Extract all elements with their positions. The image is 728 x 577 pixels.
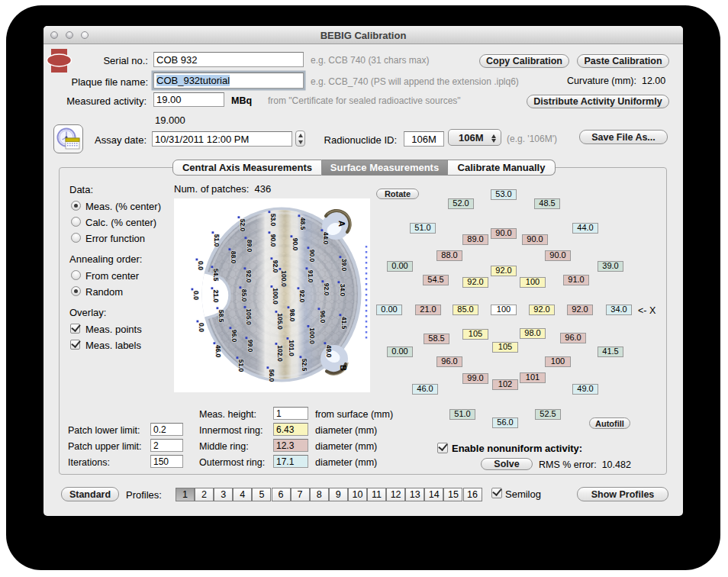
svg-text:51.0: 51.0	[213, 234, 221, 247]
svg-text:89.0: 89.0	[246, 240, 253, 253]
svg-text:96.0: 96.0	[319, 311, 327, 324]
svg-text:105.0: 105.0	[276, 313, 284, 330]
svg-text:100.0: 100.0	[272, 288, 279, 305]
svg-text:98.0: 98.0	[288, 309, 296, 322]
svg-text:52.0: 52.0	[239, 219, 246, 232]
svg-text:85.0: 85.0	[240, 289, 248, 302]
svg-text:90.0: 90.0	[269, 234, 277, 247]
svg-text:21.0: 21.0	[212, 290, 220, 303]
svg-text:90.0: 90.0	[308, 250, 316, 263]
svg-text:92.0: 92.0	[272, 260, 279, 273]
svg-text:B: B	[339, 365, 348, 371]
svg-text:101.0: 101.0	[288, 340, 295, 356]
svg-text:92.0: 92.0	[323, 283, 330, 296]
svg-text:39.0: 39.0	[340, 259, 348, 272]
svg-text:0.0: 0.0	[198, 323, 205, 332]
svg-text:48.5: 48.5	[299, 218, 307, 230]
svg-text:34.0: 34.0	[339, 284, 346, 297]
svg-text:58.5: 58.5	[217, 310, 225, 323]
svg-text:0.0: 0.0	[192, 291, 200, 300]
svg-text:52.5: 52.5	[301, 359, 308, 372]
svg-text:53.0: 53.0	[269, 214, 277, 227]
svg-text:44.0: 44.0	[322, 232, 330, 245]
svg-text:102.0: 102.0	[276, 345, 284, 362]
svg-text:0.0: 0.0	[197, 261, 205, 270]
svg-text:99.0: 99.0	[246, 340, 254, 353]
svg-text:46.0: 46.0	[214, 345, 222, 358]
svg-text:100.0: 100.0	[280, 270, 288, 287]
svg-text:41.5: 41.5	[340, 317, 348, 330]
svg-text:96.0: 96.0	[230, 330, 238, 343]
svg-text:90.0: 90.0	[292, 238, 299, 251]
svg-text:92.0: 92.0	[298, 290, 306, 303]
svg-text:49.0: 49.0	[325, 345, 333, 358]
svg-text:91.0: 91.0	[307, 270, 314, 283]
svg-text:A: A	[337, 221, 346, 227]
svg-text:88.0: 88.0	[230, 251, 237, 264]
svg-text:92.0: 92.0	[245, 270, 253, 283]
svg-text:100.0: 100.0	[308, 327, 316, 344]
svg-text:56.0: 56.0	[268, 369, 275, 382]
svg-text:54.5: 54.5	[212, 269, 220, 282]
svg-text:51.0: 51.0	[237, 359, 245, 372]
svg-text:105.0: 105.0	[245, 308, 253, 325]
